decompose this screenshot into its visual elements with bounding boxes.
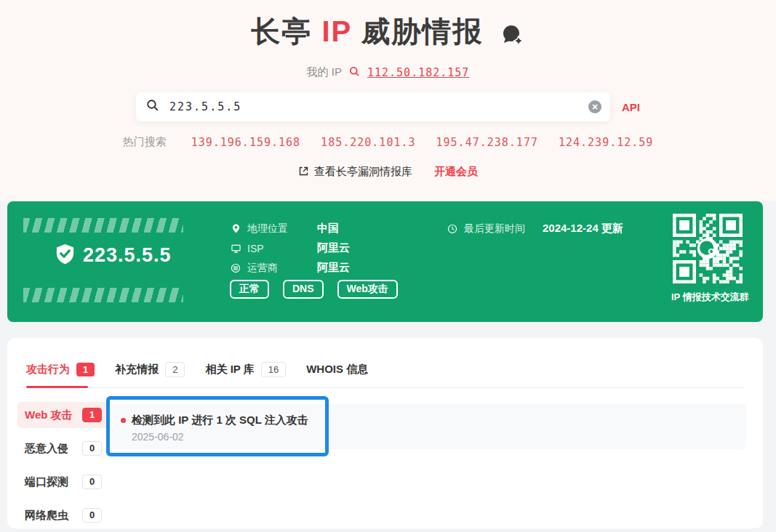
hot-ip-link[interactable]: 139.196.159.168: [191, 136, 300, 149]
attack-category-list: Web 攻击 1 恶意入侵 0 端口探测 0 网络爬虫 0: [17, 402, 109, 532]
count-badge: 0: [82, 441, 102, 456]
title-part-ip: IP: [321, 15, 351, 47]
hot-ip-link[interactable]: 185.220.101.3: [321, 136, 415, 149]
count-badge: 0: [82, 508, 102, 523]
field-value: 阿里云: [317, 261, 350, 275]
banner-info: 地理位置 中国 最后更新时间 2024-12-24 更新 ISP 阿里云: [230, 219, 623, 278]
search-input[interactable]: [169, 100, 578, 113]
search-row: ✕ API: [0, 92, 776, 121]
tab-badge: 1: [76, 363, 95, 376]
updated-label: 最后更新时间: [464, 222, 543, 235]
title-part-1: 长亭: [251, 15, 312, 47]
membership-link[interactable]: 开通会员: [434, 165, 478, 179]
field-row: ISP 阿里云: [230, 238, 623, 258]
sidebar-item-malicious-intrusion[interactable]: 恶意入侵 0: [17, 435, 109, 462]
location-pin-icon: [230, 223, 241, 234]
field-label: 地理位置: [247, 222, 317, 235]
qr-code: [673, 214, 743, 283]
header-section: 长亭 IP 威胁情报 我的 IP 112.50.182.157: [0, 0, 776, 201]
sidebar-item-port-scan[interactable]: 端口探测 0: [17, 469, 109, 495]
qr-block: IP 情报技术交流群: [671, 214, 744, 304]
qr-caption: IP 情报技术交流群: [671, 291, 744, 304]
field-row: 地理位置 中国 最后更新时间 2024-12-24 更新: [230, 219, 623, 238]
tab-attack-behavior[interactable]: 攻击行为 1: [26, 363, 95, 376]
attack-event-row: 检测到此 IP 进行 1 次 SQL 注入攻击 2025-06-02: [111, 404, 746, 449]
title-part-3: 威胁情报: [361, 15, 484, 47]
hot-ip-link[interactable]: 195.47.238.177: [436, 136, 538, 149]
field-label: ISP: [247, 243, 317, 254]
field-value: 阿里云: [317, 241, 350, 255]
status-tag: Web攻击: [337, 280, 398, 299]
vuln-db-link[interactable]: 查看长亭漏洞情报库: [298, 165, 412, 179]
search-icon: [349, 66, 360, 79]
event-text: 检测到此 IP 进行 1 次 SQL 注入攻击: [132, 414, 308, 427]
field-label: 运营商: [247, 262, 317, 275]
tab-badge: 2: [165, 362, 185, 377]
tab-badge: 16: [261, 362, 286, 377]
links-row: 查看长亭漏洞情报库 开通会员: [0, 165, 776, 179]
tab-separator: [26, 387, 744, 388]
operator-icon: [230, 263, 241, 273]
my-ip-value[interactable]: 112.50.182.157: [367, 66, 469, 79]
event-date: 2025-06-02: [132, 431, 746, 443]
search-box: ✕: [136, 92, 610, 121]
ip-summary-banner: 223.5.5.5 地理位置 中国 最后更新时间 2024-12-24 更新: [7, 201, 763, 322]
clear-search-icon[interactable]: ✕: [588, 100, 601, 113]
event-title-row: 检测到此 IP 进行 1 次 SQL 注入攻击: [121, 414, 746, 427]
my-ip-label: 我的 IP: [307, 65, 342, 79]
decorative-stripes: [23, 288, 183, 302]
detail-panel: 攻击行为 1 补充情报 2 相关 IP 库 16 WHOIS 信息 Web 攻击…: [7, 338, 763, 528]
external-link-icon: [298, 166, 309, 179]
count-badge: 0: [82, 475, 102, 489]
tab-whois-info[interactable]: WHOIS 信息: [306, 363, 368, 376]
status-tag: DNS: [283, 280, 324, 299]
sidebar-item-web-attack[interactable]: Web 攻击 1: [17, 402, 109, 428]
field-value: 中国: [317, 222, 412, 235]
field-row: 运营商 阿里云: [230, 258, 623, 278]
my-ip-row: 我的 IP 112.50.182.157: [0, 65, 776, 79]
api-link[interactable]: API: [622, 101, 640, 113]
banner-ip-value: 223.5.5.5: [83, 244, 172, 267]
page-title: 长亭 IP 威胁情报: [0, 12, 776, 52]
shield-check-icon: [54, 243, 76, 268]
updated-group: 最后更新时间 2024-12-24 更新: [447, 222, 623, 235]
status-tag: 正常: [230, 280, 269, 299]
banner-tags: 正常 DNS Web攻击: [230, 280, 398, 299]
count-badge: 1: [82, 408, 102, 422]
hot-ip-link[interactable]: 124.239.12.59: [559, 136, 653, 149]
tab-supplementary-intel[interactable]: 补充情报 2: [115, 362, 185, 377]
hot-search-label: 热门搜索: [123, 135, 167, 149]
tab-related-ip-db[interactable]: 相关 IP 库 16: [205, 362, 286, 377]
banner-ip-row: 223.5.5.5: [54, 243, 172, 268]
monitor-icon: [230, 243, 241, 254]
clock-icon: [447, 224, 458, 234]
sidebar-item-web-crawler[interactable]: 网络爬虫 0: [17, 502, 109, 528]
search-icon: [146, 99, 159, 115]
bullet-icon: [121, 418, 126, 423]
updated-value: 2024-12-24 更新: [543, 222, 623, 235]
hot-search-row: 热门搜索 139.196.159.168 185.220.101.3 195.4…: [0, 135, 776, 149]
chat-bubble-icon: [500, 20, 525, 52]
tab-bar: 攻击行为 1 补充情报 2 相关 IP 库 16 WHOIS 信息: [26, 362, 744, 377]
active-tab-underline: [26, 386, 88, 388]
decorative-stripes: [23, 218, 183, 233]
